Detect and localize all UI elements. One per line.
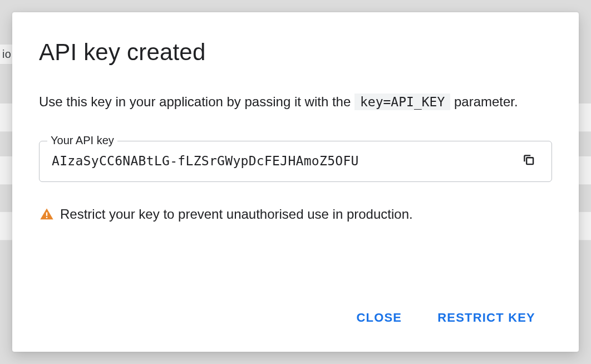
page-background: io API key created Use this key in your … — [0, 0, 591, 364]
svg-rect-0 — [526, 158, 533, 165]
restrict-key-button[interactable]: RESTRICT KEY — [435, 306, 538, 329]
copy-api-key-button[interactable] — [518, 150, 539, 171]
instruction-code-snippet: key=API_KEY — [354, 94, 450, 110]
warning-icon — [39, 206, 55, 222]
instruction-suffix: parameter. — [454, 94, 518, 109]
api-key-field: Your API key AIzaSyCC6NABtLG-fLZSrGWypDc… — [39, 141, 552, 182]
copy-icon — [521, 153, 536, 169]
close-button[interactable]: CLOSE — [354, 306, 404, 329]
dialog-title: API key created — [39, 39, 552, 66]
warning-text: Restrict your key to prevent unauthorise… — [60, 206, 413, 222]
api-key-value[interactable]: AIzaSyCC6NABtLG-fLZSrGWypDcFEJHAmoZ5OFU — [52, 154, 518, 168]
dialog-actions: CLOSE RESTRICT KEY — [39, 306, 552, 332]
svg-rect-2 — [46, 217, 47, 218]
instruction-prefix: Use this key in your application by pass… — [39, 94, 354, 109]
restrict-key-warning: Restrict your key to prevent unauthorise… — [39, 206, 552, 222]
api-key-created-dialog: API key created Use this key in your app… — [12, 12, 579, 352]
svg-rect-1 — [46, 212, 47, 215]
api-key-field-label: Your API key — [47, 134, 117, 147]
dialog-spacer — [39, 222, 552, 306]
dialog-instruction: Use this key in your application by pass… — [39, 92, 552, 112]
